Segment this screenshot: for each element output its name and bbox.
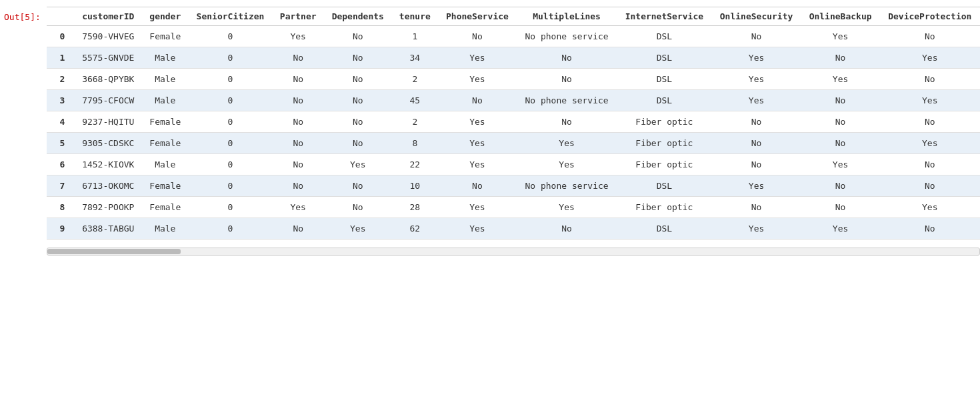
cell-customerid: 6388-TABGU: [74, 218, 142, 240]
cell-onlinebackup: No: [801, 133, 880, 154]
cell-onlinesecurity: Yes: [711, 69, 801, 90]
cell-internetservice: Fiber optic: [617, 154, 711, 175]
cell-multiplelines: Yes: [517, 154, 617, 175]
cell-customerid: 7892-POOKP: [74, 197, 142, 218]
cell-onlinesecurity: Yes: [711, 175, 801, 197]
row-index: 5: [47, 133, 74, 154]
row-index: 0: [47, 26, 74, 47]
cell-onlinesecurity: Yes: [711, 90, 801, 111]
col-header-multiplelines: MultipleLines: [517, 7, 617, 26]
cell-seniorcitizen: 0: [188, 90, 272, 111]
cell-phoneservice: No: [438, 26, 517, 47]
cell-internetservice: DSL: [617, 47, 711, 69]
cell-internetservice: DSL: [617, 175, 711, 197]
cell-dependents: No: [324, 197, 392, 218]
cell-deviceprotection: No: [880, 218, 980, 240]
cell-dependents: No: [324, 69, 392, 90]
cell-customerid: 7590-VHVEG: [74, 26, 142, 47]
output-label: Out[5]:: [0, 7, 47, 240]
cell-onlinebackup: Yes: [801, 69, 880, 90]
cell-customerid: 9237-HQITU: [74, 111, 142, 133]
cell-dependents: No: [324, 133, 392, 154]
cell-onlinebackup: Yes: [801, 26, 880, 47]
row-index: 8: [47, 197, 74, 218]
cell-deviceprotection: No: [880, 69, 980, 90]
cell-partner: No: [273, 47, 324, 69]
cell-seniorcitizen: 0: [188, 47, 272, 69]
cell-partner: No: [273, 111, 324, 133]
cell-phoneservice: Yes: [438, 154, 517, 175]
cell-tenure: 62: [392, 218, 438, 240]
cell-tenure: 8: [392, 133, 438, 154]
cell-customerid: 1452-KIOVK: [74, 154, 142, 175]
row-index: 4: [47, 111, 74, 133]
row-index: 9: [47, 218, 74, 240]
scroll-thumb[interactable]: [47, 249, 181, 254]
cell-gender: Female: [142, 175, 188, 197]
col-header-onlinebackup: OnlineBackup: [801, 7, 880, 26]
cell-partner: No: [273, 90, 324, 111]
table-row: 15575-GNVDEMale0NoNo34YesNoDSLYesNoYes: [47, 47, 980, 69]
cell-deviceprotection: Yes: [880, 90, 980, 111]
cell-onlinesecurity: No: [711, 111, 801, 133]
cell-customerid: 5575-GNVDE: [74, 47, 142, 69]
row-index: 3: [47, 90, 74, 111]
cell-partner: Yes: [273, 26, 324, 47]
cell-seniorcitizen: 0: [188, 197, 272, 218]
cell-internetservice: DSL: [617, 26, 711, 47]
cell-internetservice: Fiber optic: [617, 133, 711, 154]
cell-partner: No: [273, 69, 324, 90]
cell-gender: Male: [142, 154, 188, 175]
cell-internetservice: DSL: [617, 90, 711, 111]
cell-tenure: 22: [392, 154, 438, 175]
cell-multiplelines: Yes: [517, 197, 617, 218]
cell-internetservice: Fiber optic: [617, 197, 711, 218]
cell-dependents: Yes: [324, 218, 392, 240]
cell-tenure: 45: [392, 90, 438, 111]
cell-seniorcitizen: 0: [188, 154, 272, 175]
cell-phoneservice: Yes: [438, 111, 517, 133]
cell-onlinebackup: No: [801, 197, 880, 218]
cell-onlinesecurity: No: [711, 154, 801, 175]
table-row: 59305-CDSKCFemale0NoNo8YesYesFiber optic…: [47, 133, 980, 154]
cell-onlinesecurity: Yes: [711, 218, 801, 240]
cell-multiplelines: No: [517, 111, 617, 133]
dataframe-table-wrapper: customerIDgenderSeniorCitizenPartnerDepe…: [47, 7, 980, 240]
row-index: 2: [47, 69, 74, 90]
table-row: 61452-KIOVKMale0NoYes22YesYesFiber optic…: [47, 154, 980, 175]
cell-phoneservice: Yes: [438, 69, 517, 90]
cell-tenure: 2: [392, 111, 438, 133]
cell-tenure: 28: [392, 197, 438, 218]
cell-onlinesecurity: Yes: [711, 47, 801, 69]
cell-seniorcitizen: 0: [188, 69, 272, 90]
row-index: 6: [47, 154, 74, 175]
cell-gender: Female: [142, 26, 188, 47]
cell-onlinebackup: Yes: [801, 154, 880, 175]
cell-dependents: No: [324, 175, 392, 197]
horizontal-scrollbar[interactable]: [47, 248, 980, 256]
col-header-internetservice: InternetService: [617, 7, 711, 26]
cell-dependents: No: [324, 90, 392, 111]
cell-tenure: 2: [392, 69, 438, 90]
table-row: 07590-VHVEGFemale0YesNo1NoNo phone servi…: [47, 26, 980, 47]
cell-multiplelines: Yes: [517, 133, 617, 154]
cell-deviceprotection: No: [880, 154, 980, 175]
col-header-deviceprotection: DeviceProtection: [880, 7, 980, 26]
cell-phoneservice: Yes: [438, 218, 517, 240]
cell-customerid: 3668-QPYBK: [74, 69, 142, 90]
cell-gender: Male: [142, 69, 188, 90]
notebook-output-cell: Out[5]: customerIDgenderSeniorCitizenPar…: [0, 0, 980, 246]
cell-customerid: 6713-OKOMC: [74, 175, 142, 197]
cell-seniorcitizen: 0: [188, 111, 272, 133]
col-header-partner: Partner: [273, 7, 324, 26]
col-header-phoneservice: PhoneService: [438, 7, 517, 26]
cell-internetservice: DSL: [617, 69, 711, 90]
cell-onlinesecurity: No: [711, 197, 801, 218]
cell-internetservice: Fiber optic: [617, 111, 711, 133]
cell-gender: Male: [142, 218, 188, 240]
table-body: 07590-VHVEGFemale0YesNo1NoNo phone servi…: [47, 26, 980, 240]
cell-partner: No: [273, 218, 324, 240]
dataframe-table: customerIDgenderSeniorCitizenPartnerDepe…: [47, 7, 980, 240]
cell-seniorcitizen: 0: [188, 133, 272, 154]
cell-tenure: 34: [392, 47, 438, 69]
